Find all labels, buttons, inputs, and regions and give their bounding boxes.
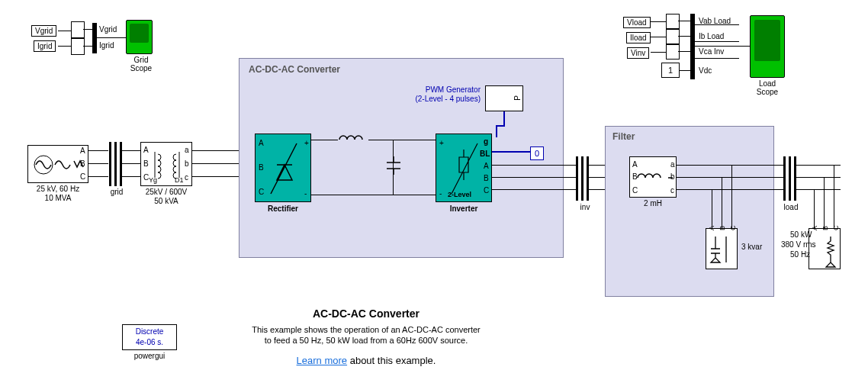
load-pA: A xyxy=(811,226,818,230)
wire xyxy=(678,36,690,37)
footer-title: AC-DC-AC Converter xyxy=(0,307,732,320)
filter-subsystem[interactable] xyxy=(605,126,774,297)
iload-tag[interactable]: Iload xyxy=(626,32,651,43)
find-sa: a xyxy=(670,160,675,169)
learn-more-link[interactable]: Learn more xyxy=(297,355,347,366)
find-pB: B xyxy=(632,172,638,181)
wire xyxy=(651,52,666,53)
grid-bus[interactable] xyxy=(109,142,111,186)
inv-bus[interactable] xyxy=(576,156,578,201)
pwm-l1: PWM Generator xyxy=(404,85,481,94)
fcap-pC: C xyxy=(729,226,737,231)
pwm-block[interactable]: P xyxy=(485,85,523,111)
mux-lbl-igrid: Igrid xyxy=(99,41,114,50)
inductor-icon xyxy=(338,132,368,146)
xfmr-l2: 50 kVA xyxy=(140,197,192,205)
wire xyxy=(695,58,739,59)
load-scope[interactable] xyxy=(750,15,785,78)
grid-bus-2 xyxy=(114,142,117,186)
inv-bus-lbl: inv xyxy=(574,203,596,211)
inv-bus-3 xyxy=(587,156,589,201)
inv-p-: - xyxy=(439,189,442,198)
src-pC: C xyxy=(80,172,85,181)
inv-lbl: Inverter xyxy=(436,204,492,213)
wire xyxy=(88,163,108,164)
filter-cap-lbl: 3 kvar xyxy=(741,243,772,251)
selector-vgrid[interactable] xyxy=(71,21,85,38)
sel-vload[interactable] xyxy=(666,14,680,29)
const-one[interactable]: 1 xyxy=(661,63,680,78)
load-icon xyxy=(809,229,841,270)
xfmr-sb: b xyxy=(185,159,189,168)
load-v2: 380 V rms xyxy=(781,240,816,249)
src-l2: 10 MVA xyxy=(27,194,88,202)
vload-tag[interactable]: Vload xyxy=(623,17,651,28)
wire xyxy=(722,177,722,228)
igrid-tag[interactable]: Igrid xyxy=(34,40,56,52)
wire xyxy=(492,165,576,166)
wire xyxy=(695,41,739,42)
wire xyxy=(695,46,750,47)
mux-load[interactable] xyxy=(690,14,695,79)
rectifier-block[interactable]: A B C + - xyxy=(255,134,311,202)
filter-cap-icon xyxy=(706,229,738,270)
inv-bus-2 xyxy=(581,156,583,201)
vinv-tag[interactable]: Vinv xyxy=(627,47,649,59)
inverter-block[interactable]: + - g BL A B C 2-Level xyxy=(436,134,492,202)
capacitor-icon xyxy=(385,156,402,176)
source-block[interactable] xyxy=(27,145,88,183)
wire xyxy=(58,31,71,31)
xfmr-pB: B xyxy=(143,159,149,168)
selector-igrid[interactable] xyxy=(71,38,85,55)
filter-title: Filter xyxy=(612,131,635,142)
lm-l2: Ib Load xyxy=(699,32,724,40)
transformer-block[interactable]: A B C a b c Yg D1 xyxy=(140,142,192,186)
wire xyxy=(651,21,666,22)
load-block[interactable]: A B C xyxy=(809,228,841,269)
const-zero[interactable]: 0 xyxy=(530,146,544,160)
load-bus-lbl: load xyxy=(780,203,802,211)
grid-bus-3 xyxy=(120,142,122,186)
filter-ind-block[interactable]: A B C a b c xyxy=(629,156,677,198)
grid-scope[interactable] xyxy=(126,20,153,54)
vgrid-tag[interactable]: Vgrid xyxy=(31,25,56,37)
src-pB: B xyxy=(80,159,85,168)
xfmr-l1: 25kV / 600V xyxy=(140,188,192,196)
wire xyxy=(677,165,783,166)
rect-pA: A xyxy=(259,139,264,147)
wire xyxy=(83,46,92,47)
filter-cap-block[interactable]: A B C xyxy=(706,228,738,269)
inv-pC: C xyxy=(484,186,489,195)
sel-vinv[interactable] xyxy=(666,44,680,60)
load-scope-label: Load Scope xyxy=(750,79,785,96)
xfmr-yg: Yg xyxy=(149,176,157,184)
rect-pC: C xyxy=(259,188,264,196)
wire xyxy=(677,189,783,190)
find-sc: c xyxy=(670,186,674,195)
footer-d1: This example shows the operation of an A… xyxy=(0,325,732,334)
wire xyxy=(678,21,690,21)
load-pB: B xyxy=(821,226,829,230)
lm-l3: Vca Inv xyxy=(699,47,724,56)
grid-scope-label: Grid Scope xyxy=(126,56,156,72)
xfmr-sc: c xyxy=(185,173,188,182)
load-bus[interactable] xyxy=(783,156,786,201)
src-pA: A xyxy=(80,146,85,155)
wire xyxy=(83,29,92,30)
xfmr-pA: A xyxy=(143,146,149,154)
wire xyxy=(311,140,338,140)
mux-grid[interactable] xyxy=(92,23,97,53)
inv-p+: + xyxy=(439,139,444,147)
load-pC: C xyxy=(832,226,840,231)
wire xyxy=(814,189,815,228)
sel-iload[interactable] xyxy=(666,29,680,44)
src-l1: 25 kV, 60 Hz xyxy=(27,185,88,193)
wire xyxy=(122,176,140,177)
wire xyxy=(731,165,732,228)
rect-p+: + xyxy=(304,139,309,147)
inv-2lvl: 2-Level xyxy=(448,191,471,198)
load-v3: 50 Hz xyxy=(790,250,810,259)
pwm-l2: (2-Level - 4 pulses) xyxy=(404,95,481,103)
rect-lbl: Rectifier xyxy=(255,204,311,213)
grid-bus-lbl: grid xyxy=(105,188,128,196)
